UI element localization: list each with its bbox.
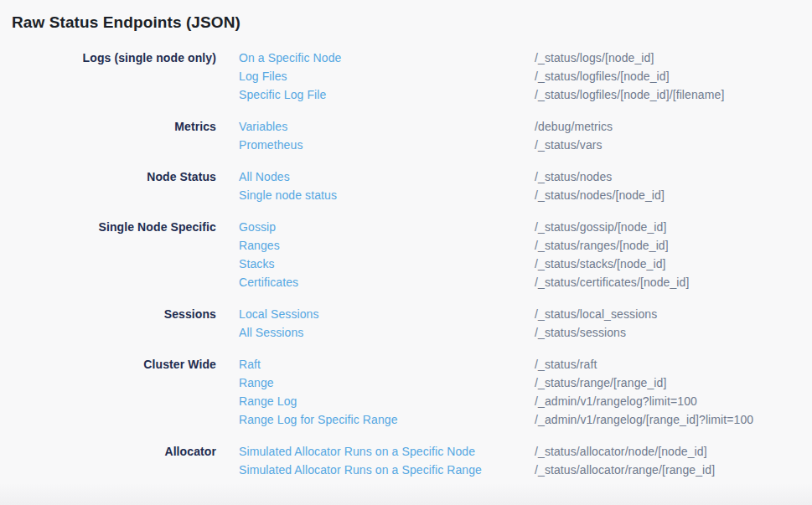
endpoint-group: Logs (single node only)On a Specific Nod… xyxy=(12,49,800,104)
endpoint-path-list: /_status/local_sessions/_status/sessions xyxy=(535,305,800,342)
endpoint-link[interactable]: Certificates xyxy=(239,273,298,291)
endpoint-link[interactable]: Log Files xyxy=(239,67,287,85)
endpoint-category: Metrics xyxy=(12,117,216,136)
endpoint-link[interactable]: All Sessions xyxy=(239,323,303,342)
endpoint-link[interactable]: Simulated Allocator Runs on a Specific R… xyxy=(239,461,482,479)
endpoint-link[interactable]: All Nodes xyxy=(239,167,290,186)
endpoint-category: Node Status xyxy=(12,167,216,186)
endpoint-category: Logs (single node only) xyxy=(12,49,216,67)
endpoint-link[interactable]: On a Specific Node xyxy=(239,49,341,67)
endpoint-link[interactable]: Local Sessions xyxy=(239,305,319,323)
endpoint-category: Allocator xyxy=(12,442,216,461)
endpoint-path: /_status/gossip/[node_id] xyxy=(535,218,800,236)
endpoint-path-list: /_status/raft/_status/range/[range_id]/_… xyxy=(535,355,800,429)
page-title: Raw Status Endpoints (JSON) xyxy=(12,13,800,33)
endpoint-path: /_status/range/[range_id] xyxy=(535,374,800,392)
endpoint-link-list: VariablesPrometheus xyxy=(239,117,535,154)
endpoint-link-list: RaftRangeRange LogRange Log for Specific… xyxy=(239,355,535,429)
endpoint-path-list: /debug/metrics/_status/vars xyxy=(535,117,800,154)
endpoint-path: /_status/sessions xyxy=(535,323,800,342)
endpoint-link-list: All NodesSingle node status xyxy=(239,167,535,204)
endpoint-path: /_status/stacks/[node_id] xyxy=(535,255,800,273)
endpoint-path: /_status/ranges/[node_id] xyxy=(535,236,800,255)
endpoint-group: MetricsVariablesPrometheus/debug/metrics… xyxy=(12,117,800,154)
endpoint-path: /_status/logfiles/[node_id]/[filename] xyxy=(535,85,800,104)
endpoint-path: /_status/allocator/node/[node_id] xyxy=(535,442,800,461)
endpoint-path-list: /_status/gossip/[node_id]/_status/ranges… xyxy=(535,218,800,291)
endpoint-path-list: /_status/logs/[node_id]/_status/logfiles… xyxy=(535,49,800,104)
endpoint-group: Node StatusAll NodesSingle node status/_… xyxy=(12,167,800,204)
endpoint-link[interactable]: Prometheus xyxy=(239,136,303,154)
debug-endpoints-page: Raw Status Endpoints (JSON) Logs (single… xyxy=(0,0,812,505)
endpoint-link[interactable]: Ranges xyxy=(239,236,280,255)
endpoint-path: /_admin/v1/rangelog/[range_id]?limit=100 xyxy=(535,410,800,429)
endpoint-path: /_status/logfiles/[node_id] xyxy=(535,67,800,85)
endpoint-link[interactable]: Variables xyxy=(239,117,287,136)
endpoint-link[interactable]: Single node status xyxy=(239,186,337,204)
endpoint-group: AllocatorSimulated Allocator Runs on a S… xyxy=(12,442,800,479)
endpoint-link-list: Simulated Allocator Runs on a Specific N… xyxy=(239,442,535,479)
endpoint-link[interactable]: Stacks xyxy=(239,255,275,273)
endpoint-group: SessionsLocal SessionsAll Sessions/_stat… xyxy=(12,305,800,342)
endpoint-path: /_status/local_sessions xyxy=(535,305,800,323)
endpoint-group: Cluster WideRaftRangeRange LogRange Log … xyxy=(12,355,800,429)
endpoint-category: Cluster Wide xyxy=(12,355,216,374)
endpoint-group: Single Node SpecificGossipRangesStacksCe… xyxy=(12,218,800,291)
endpoint-path: /_status/vars xyxy=(535,136,800,154)
endpoint-path: /_status/logs/[node_id] xyxy=(535,49,800,67)
endpoint-path: /_status/nodes/[node_id] xyxy=(535,186,800,204)
endpoint-path: /_status/allocator/range/[range_id] xyxy=(535,461,800,479)
endpoint-link-list: On a Specific NodeLog FilesSpecific Log … xyxy=(239,49,535,104)
endpoint-path: /_status/nodes xyxy=(535,167,800,186)
endpoint-link[interactable]: Simulated Allocator Runs on a Specific N… xyxy=(239,442,475,461)
endpoint-category: Sessions xyxy=(12,305,216,323)
endpoint-path: /debug/metrics xyxy=(535,117,800,136)
endpoint-link-list: GossipRangesStacksCertificates xyxy=(239,218,535,291)
endpoint-link[interactable]: Range Log xyxy=(239,392,297,410)
endpoint-sections: Logs (single node only)On a Specific Nod… xyxy=(12,49,800,479)
endpoint-link[interactable]: Range xyxy=(239,374,274,392)
endpoint-path-list: /_status/allocator/node/[node_id]/_statu… xyxy=(535,442,800,479)
endpoint-path: /_status/raft xyxy=(535,355,800,374)
endpoint-category: Single Node Specific xyxy=(12,218,216,236)
endpoint-link-list: Local SessionsAll Sessions xyxy=(239,305,535,342)
endpoint-link[interactable]: Gossip xyxy=(239,218,276,236)
endpoint-link[interactable]: Range Log for Specific Range xyxy=(239,410,398,429)
endpoint-path-list: /_status/nodes/_status/nodes/[node_id] xyxy=(535,167,800,204)
endpoint-path: /_admin/v1/rangelog?limit=100 xyxy=(535,392,800,410)
endpoint-link[interactable]: Raft xyxy=(239,355,261,374)
endpoint-link[interactable]: Specific Log File xyxy=(239,85,326,104)
endpoint-path: /_status/certificates/[node_id] xyxy=(535,273,800,291)
